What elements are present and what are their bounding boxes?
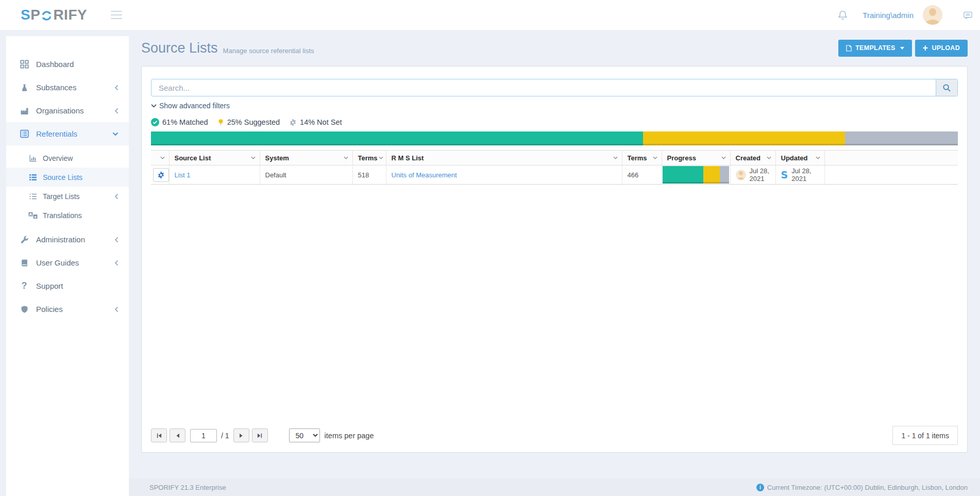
sidebar-item-referentials[interactable]: Referentials (6, 122, 129, 145)
first-page-button[interactable] (151, 428, 167, 442)
page-subtitle: Manage source referential lists (223, 42, 314, 55)
cell-rms-terms: 466 (622, 166, 662, 185)
cell-created: Jul 28, 2021 (730, 166, 775, 185)
cell-source-list: List 1 (169, 166, 260, 185)
question-mark-icon: ? (19, 280, 30, 291)
column-menu-icon[interactable] (250, 155, 257, 160)
source-lists-card: Show advanced filters 61% Matched 25% Su… (141, 66, 968, 453)
last-page-button[interactable] (252, 428, 268, 442)
topbar: SPRIFY Training\admin (0, 0, 980, 30)
svg-text:A: A (29, 212, 32, 217)
column-progress[interactable]: Progress (662, 151, 730, 166)
flask-icon (19, 84, 30, 92)
column-terms[interactable]: Terms (352, 151, 386, 166)
next-page-button[interactable] (233, 428, 249, 442)
chevron-left-icon (114, 237, 119, 243)
sidebar-item-policies[interactable]: Policies (6, 297, 129, 321)
column-filler (824, 151, 958, 166)
column-menu-icon[interactable] (815, 155, 821, 160)
logo-letters-rify: RIFY (53, 7, 87, 23)
sidebar-label: Dashboard (36, 60, 74, 69)
page-title: Source Lists (141, 40, 218, 56)
sporify-logo[interactable]: SPRIFY (21, 7, 87, 23)
column-menu-icon[interactable] (652, 155, 658, 160)
referentials-submenu: Overview Source Lists Target Lists A★ Tr… (6, 148, 129, 225)
row-settings-button[interactable] (153, 168, 169, 182)
sidebar-label: Administration (36, 235, 85, 244)
outline-list-icon (28, 192, 38, 201)
column-menu-icon[interactable] (378, 155, 384, 160)
sidebar-label: Support (36, 282, 63, 290)
legend-suggested: 25% Suggested (217, 118, 280, 126)
items-per-page-label: items per page (325, 432, 374, 440)
sidebar-item-translations[interactable]: A★ Translations (6, 206, 129, 225)
factory-icon (19, 107, 30, 115)
column-rms-terms[interactable]: Terms (622, 151, 662, 166)
main-content: Source Lists Manage source referential l… (141, 36, 968, 453)
templates-button[interactable]: TEMPLATES (838, 40, 911, 57)
sidebar-item-substances[interactable]: Substances (6, 76, 129, 99)
sidebar-item-dashboard[interactable]: Dashboard (6, 53, 129, 76)
table-header-row: Source List System Terms R M S List Term… (151, 151, 958, 166)
timezone-label: Current Timezone: (UTC+00:00) Dublin, Ed… (767, 484, 968, 491)
column-rms-list[interactable]: R M S List (386, 151, 622, 166)
book-icon (19, 259, 30, 267)
check-circle-icon (151, 118, 159, 126)
column-created[interactable]: Created (730, 151, 775, 166)
table-row: List 1 Default 518 Units of Measurement … (151, 166, 958, 185)
caret-down-icon (900, 47, 904, 49)
column-menu-icon[interactable] (720, 155, 727, 160)
sidebar-label: Referentials (36, 129, 77, 138)
cell-terms: 518 (352, 166, 386, 185)
row-progress-bar (663, 166, 730, 184)
column-actions (151, 151, 169, 166)
sidebar-item-target-lists[interactable]: Target Lists (6, 187, 129, 206)
sidebar-label: Substances (36, 83, 76, 92)
logo-letter-p: P (30, 7, 40, 23)
previous-page-button[interactable] (170, 428, 185, 442)
footer: SPORIFY 21.3 Enterprise i Current Timezo… (129, 478, 980, 496)
column-menu-icon[interactable] (343, 155, 349, 160)
cell-updated: Jul 28, 2021 (775, 166, 824, 185)
file-icon (846, 45, 852, 52)
sidebar-item-overview[interactable]: Overview (6, 148, 129, 168)
sidebar-item-organisations[interactable]: Organisations (6, 99, 129, 122)
bell-icon[interactable] (837, 10, 848, 21)
show-advanced-filters-link[interactable]: Show advanced filters (151, 102, 230, 110)
column-menu-icon[interactable] (766, 155, 772, 160)
referentials-list-icon (19, 129, 30, 138)
page-count-label: / 1 (221, 432, 229, 440)
wrench-icon (19, 235, 30, 244)
search-input[interactable] (151, 79, 936, 96)
sidebar-item-administration[interactable]: Administration (6, 228, 129, 251)
progress-segment-matched (663, 166, 703, 184)
user-menu[interactable]: Training\admin (863, 11, 914, 20)
sidebar-item-user-guides[interactable]: User Guides (6, 251, 129, 274)
column-menu-icon[interactable] (159, 155, 166, 160)
user-avatar[interactable] (923, 5, 942, 25)
dashboard-grid-icon (19, 60, 30, 69)
sidebar-item-support[interactable]: ? Support (6, 274, 129, 297)
page-number-input[interactable] (190, 429, 217, 442)
search-button[interactable] (936, 79, 957, 96)
sidebar-item-source-lists[interactable]: Source Lists (6, 168, 129, 187)
upload-button[interactable]: UPLOAD (915, 40, 968, 57)
column-source-list[interactable]: Source List (169, 151, 260, 166)
page-size-select[interactable]: 50 (289, 428, 320, 442)
source-list-link[interactable]: List 1 (175, 171, 191, 179)
column-updated[interactable]: Updated (775, 151, 824, 166)
chevron-down-icon (112, 132, 119, 136)
creator-avatar (736, 170, 746, 180)
lightbulb-icon (217, 118, 224, 126)
hamburger-menu-icon[interactable] (109, 6, 124, 24)
cell-actions (151, 166, 169, 185)
page-header: Source Lists Manage source referential l… (141, 36, 968, 60)
chat-icon[interactable] (963, 10, 973, 20)
cell-filler (824, 166, 958, 185)
column-system[interactable]: System (260, 151, 352, 166)
column-menu-icon[interactable] (612, 155, 619, 160)
chevron-down-icon (151, 104, 157, 108)
progress-segment-suggested (703, 166, 720, 184)
sidebar: Dashboard Substances Organisations Refer… (6, 36, 129, 496)
rms-list-link[interactable]: Units of Measurement (392, 171, 457, 179)
